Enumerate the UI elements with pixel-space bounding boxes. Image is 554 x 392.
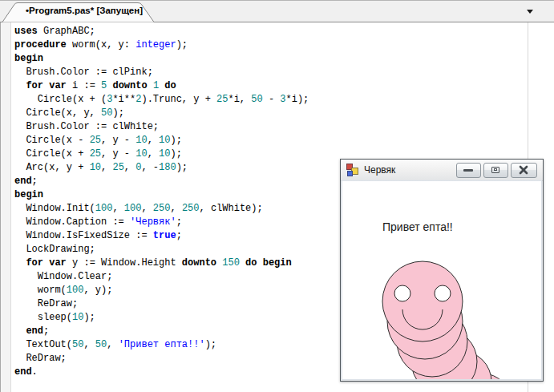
code-line: LockDrawing; (14, 243, 309, 257)
code-line: Window.Clear; (14, 270, 309, 284)
code-line: Brush.Color := clWhite; (14, 120, 309, 134)
code-line: begin (14, 188, 309, 202)
code-line: TextOut(50, 50, 'Привет епта!!'); (14, 338, 309, 352)
code-line: ReDraw; (14, 297, 309, 311)
code-line: Circle(x, y, 50); (14, 107, 309, 120)
window-controls (456, 163, 537, 178)
maximize-button[interactable] (483, 163, 508, 178)
code-line: Circle(x + 25, y - 10, 10); (14, 148, 309, 161)
close-icon (519, 165, 528, 175)
code-line: Brush.Color := clPink; (14, 66, 309, 79)
graphabc-window: Червяк Привет епта!! (340, 159, 544, 382)
code-line: worm(100, y); (14, 284, 309, 297)
editor-gutter (0, 22, 11, 392)
code-line: uses GraphABC; (14, 25, 309, 38)
code-line: sleep(10); (14, 311, 309, 325)
code-line: Window.Caption := 'Червяк'; (14, 216, 309, 229)
editor-tab-bar: •Program5.pas* [Запущен] (0, 1, 554, 22)
worm-drawing (382, 261, 511, 380)
code-line: for var i := 5 downto 1 do (14, 79, 309, 93)
code-line: end. (14, 366, 309, 379)
code-line: Window.Init(100, 100, 250, 250, clWhite)… (14, 202, 309, 216)
tab-list-dropdown-icon[interactable] (527, 10, 533, 14)
graphabc-canvas: Привет епта!! (342, 180, 542, 380)
code-line: end; (14, 175, 309, 188)
code-line: Arc(x, y + 10, 25, 0, -180); (14, 161, 309, 175)
ide-window: •Program5.pas* [Запущен] uses GraphABC;p… (0, 0, 554, 392)
code-lines: uses GraphABC;procedure worm(x, y: integ… (14, 25, 309, 379)
tab-label[interactable]: •Program5.pas* [Запущен] (26, 6, 143, 15)
graphabc-window-title: Червяк (364, 164, 395, 176)
code-line: Circle(x - 25, y - 10, 10); (14, 134, 309, 148)
code-line: Circle(x + (3*i**2).Trunc, y + 25*i, 50 … (14, 93, 309, 107)
close-button[interactable] (511, 163, 537, 178)
canvas-text: Привет епта!! (382, 220, 453, 233)
maximize-icon (491, 167, 499, 173)
minimize-button[interactable] (456, 163, 481, 178)
code-line: end; (14, 325, 309, 338)
code-line: for var y := Window.Height downto 150 do… (14, 257, 309, 270)
minimize-icon (463, 169, 473, 172)
graphabc-titlebar[interactable]: Червяк (341, 160, 543, 181)
code-line: begin (14, 52, 309, 66)
code-line: ReDraw; (14, 352, 309, 366)
winforms-app-icon (346, 164, 359, 176)
code-line: procedure worm(x, y: integer); (14, 38, 309, 52)
code-line: Window.IsFixedSize := true; (14, 229, 309, 243)
